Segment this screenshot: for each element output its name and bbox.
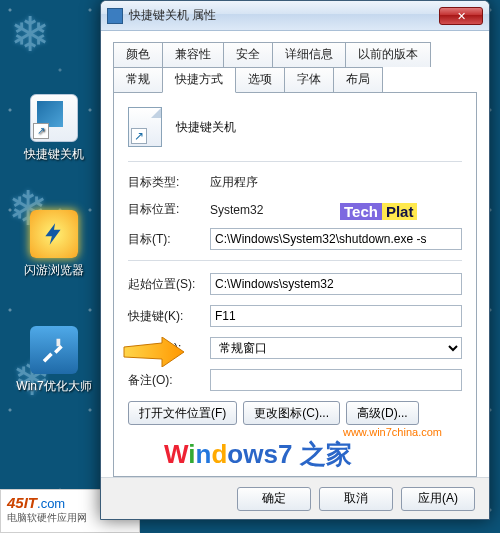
input-startin[interactable] — [210, 273, 462, 295]
desktop-icon-label: Win7优化大师 — [14, 378, 94, 395]
watermark-techplat: TechPlat — [340, 203, 417, 220]
site-brand: 45IT — [7, 494, 37, 511]
desktop-icon-label: 闪游浏览器 — [14, 262, 94, 279]
input-comment[interactable] — [210, 369, 462, 391]
tabs-row-1: 颜色 兼容性 安全 详细信息 以前的版本 — [113, 41, 477, 66]
flash-browser-icon — [30, 210, 78, 258]
swiss-knife-icon — [30, 326, 78, 374]
tab-general[interactable]: 常规 — [113, 67, 163, 93]
tab-shortcut[interactable]: 快捷方式 — [162, 67, 236, 93]
tab-security[interactable]: 安全 — [223, 42, 273, 67]
label-startin: 起始位置(S): — [128, 276, 210, 293]
input-target[interactable] — [210, 228, 462, 250]
select-run-mode[interactable]: 常规窗口 — [210, 337, 462, 359]
tab-color[interactable]: 颜色 — [113, 42, 163, 67]
value-target-loc: System32 TechPlat — [210, 203, 462, 217]
watermark-windows7: Windows7 之家 — [164, 437, 352, 472]
window-title: 快捷键关机 属性 — [129, 7, 439, 24]
separator — [128, 161, 462, 162]
label-target: 目标(T): — [128, 231, 210, 248]
tab-options[interactable]: 选项 — [235, 67, 285, 93]
shortcut-large-icon — [128, 107, 162, 147]
watermark-tech: Tech — [340, 203, 382, 220]
value-target-type: 应用程序 — [210, 174, 462, 191]
desktop-icon-label: 快捷键关机 — [14, 146, 94, 163]
window-icon — [107, 8, 123, 24]
label-comment: 备注(O): — [128, 372, 210, 389]
input-hotkey[interactable] — [210, 305, 462, 327]
tab-layout[interactable]: 布局 — [333, 67, 383, 93]
shortcut-name: 快捷键关机 — [176, 119, 236, 136]
tab-panel-shortcut: 快捷键关机 目标类型: 应用程序 目标位置: System32 TechPlat… — [113, 92, 477, 477]
label-target-type: 目标类型: — [128, 174, 210, 191]
svg-marker-1 — [124, 337, 184, 367]
open-file-location-button[interactable]: 打开文件位置(F) — [128, 401, 237, 425]
label-hotkey: 快捷键(K): — [128, 308, 210, 325]
desktop-icon-win7-optimizer[interactable]: Win7优化大师 — [14, 326, 94, 395]
desktop-icon-browser[interactable]: 闪游浏览器 — [14, 210, 94, 279]
callout-arrow-icon — [122, 337, 186, 367]
titlebar[interactable]: 快捷键关机 属性 ✕ — [101, 1, 489, 31]
ok-button[interactable]: 确定 — [237, 487, 311, 511]
change-icon-button[interactable]: 更改图标(C)... — [243, 401, 340, 425]
properties-dialog: 快捷键关机 属性 ✕ 颜色 兼容性 安全 详细信息 以前的版本 常规 快捷方式 … — [100, 0, 490, 520]
svg-rect-0 — [57, 339, 61, 347]
close-button[interactable]: ✕ — [439, 7, 483, 25]
separator — [128, 260, 462, 261]
label-target-loc: 目标位置: — [128, 201, 210, 218]
tabs-row-2: 常规 快捷方式 选项 字体 布局 — [113, 66, 477, 92]
tab-font[interactable]: 字体 — [284, 67, 334, 93]
snowflake-decor: ❄ — [10, 6, 50, 62]
site-dotcom: .com — [37, 496, 65, 511]
shortcut-file-icon — [30, 94, 78, 142]
tab-prev-ver[interactable]: 以前的版本 — [345, 42, 431, 67]
tab-details[interactable]: 详细信息 — [272, 42, 346, 67]
desktop-icon-shutdown-shortcut[interactable]: 快捷键关机 — [14, 94, 94, 163]
dialog-footer: 确定 取消 应用(A) — [101, 477, 489, 519]
cancel-button[interactable]: 取消 — [319, 487, 393, 511]
apply-button[interactable]: 应用(A) — [401, 487, 475, 511]
value-target-loc-text: System32 — [210, 203, 263, 217]
watermark-url: www.win7china.com — [343, 426, 442, 438]
watermark-plat: Plat — [382, 203, 418, 220]
tab-compat[interactable]: 兼容性 — [162, 42, 224, 67]
advanced-button[interactable]: 高级(D)... — [346, 401, 419, 425]
